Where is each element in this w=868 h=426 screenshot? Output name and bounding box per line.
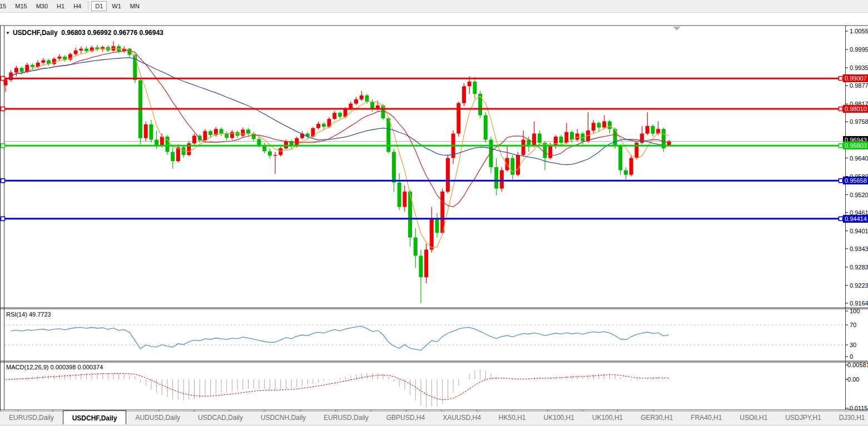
tab-eurusd-daily[interactable]: EURUSD,Daily bbox=[0, 412, 63, 425]
chart-window[interactable]: 1.005550.999550.993550.987700.981700.975… bbox=[0, 13, 868, 426]
scroll-to-end-icon bbox=[673, 27, 681, 31]
timeframe-15-button[interactable]: 15 bbox=[0, 1, 10, 11]
timeframe-d1-button[interactable]: D1 bbox=[91, 1, 107, 11]
chart-symbol-period: USDCHF,Daily bbox=[13, 29, 58, 37]
mt4-window: 15M15M30H1H4D1W1MN 1.005550.999550.99355… bbox=[0, 0, 868, 426]
tab-gbpusd-h4[interactable]: GBPUSD,H4 bbox=[378, 412, 434, 425]
chart-ohlc-values: 0.96803 0.96992 0.96776 0.96943 bbox=[61, 29, 163, 37]
chart-title: ▼USDCHF,Daily 0.96803 0.96992 0.96776 0.… bbox=[6, 29, 163, 37]
chart-tab-bar: EURUSD,DailyUSDCHF,DailyAUDUSD,DailyUSDC… bbox=[0, 411, 868, 425]
tab-usdcnh-daily[interactable]: USDCNH,Daily bbox=[252, 412, 315, 425]
timeframe-mn-button[interactable]: MN bbox=[126, 1, 143, 11]
tab-uk100-h1[interactable]: UK100,H1 bbox=[583, 412, 632, 425]
tab-fra40-h1[interactable]: FRA40,H1 bbox=[682, 412, 731, 425]
timeframe-m15-button[interactable]: M15 bbox=[11, 1, 31, 11]
macd-indicator-label: MACD(12,26,9) 0.000398 0.000374 bbox=[6, 364, 103, 370]
rsi-indicator-label: RSI(14) 49.7723 bbox=[6, 311, 51, 318]
tab-audusd-daily[interactable]: AUDUSD,Daily bbox=[126, 412, 189, 425]
timeframe-w1-button[interactable]: W1 bbox=[108, 1, 125, 11]
tab-xauusd-h4[interactable]: XAUUSD,H4 bbox=[434, 412, 490, 425]
tab-uk100-h1[interactable]: UK100,H1 bbox=[535, 412, 583, 425]
tab-usdjpy-h1[interactable]: USDJPY,H1 bbox=[776, 412, 830, 425]
timeframe-toolbar: 15M15M30H1H4D1W1MN bbox=[0, 0, 868, 13]
tab-dj30-h1[interactable]: DJ30,H1 bbox=[830, 412, 868, 425]
timeframe-h4-button[interactable]: H4 bbox=[70, 1, 85, 11]
tab-usdchf-daily[interactable]: USDCHF,Daily bbox=[63, 410, 127, 425]
toolbar-separator bbox=[88, 2, 88, 11]
tab-ger30-h1[interactable]: GER30,H1 bbox=[632, 412, 682, 425]
tab-eurusd-daily[interactable]: EURUSD,Daily bbox=[315, 412, 378, 425]
tab-hk50-h1[interactable]: HK50,H1 bbox=[490, 412, 535, 425]
timeframe-m30-button[interactable]: M30 bbox=[32, 1, 52, 11]
chart-dropdown-icon[interactable]: ▼ bbox=[6, 31, 10, 36]
tab-usdcad-daily[interactable]: USDCAD,Daily bbox=[189, 412, 252, 425]
tab-usoil-h1[interactable]: USOil,H1 bbox=[731, 412, 776, 425]
chart-canvas[interactable] bbox=[0, 13, 868, 426]
timeframe-h1-button[interactable]: H1 bbox=[53, 1, 68, 11]
